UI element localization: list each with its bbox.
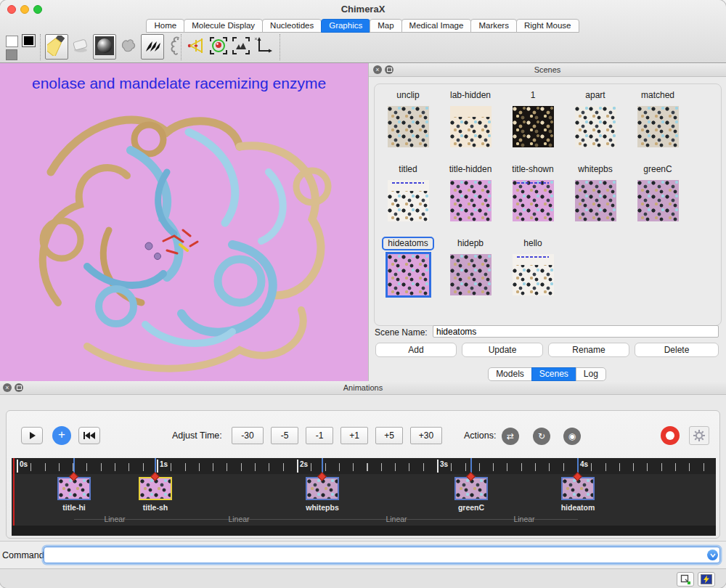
tab-nucleotides[interactable]: Nucleotides bbox=[262, 19, 322, 33]
transition-mode-label[interactable]: Linear bbox=[502, 515, 546, 523]
scene-thumbnail[interactable] bbox=[637, 106, 679, 147]
side-view-button[interactable] bbox=[186, 36, 206, 57]
tab-medical-image[interactable]: Medical Image bbox=[401, 19, 472, 33]
flat-blob-icon bbox=[119, 36, 138, 58]
side-view-icon bbox=[187, 36, 205, 58]
scene-item-hello[interactable]: hello bbox=[502, 237, 564, 295]
scene-item-1[interactable]: 1 bbox=[502, 89, 564, 147]
panel-tab-scenes[interactable]: Scenes bbox=[531, 367, 576, 381]
scene-item-hideatoms[interactable]: hideatoms bbox=[377, 237, 439, 295]
simple-lighting-button[interactable] bbox=[45, 34, 68, 60]
chevron-down-icon bbox=[710, 553, 716, 558]
play-button[interactable] bbox=[21, 427, 43, 444]
seahorse-icon bbox=[168, 36, 185, 59]
tab-map[interactable]: Map bbox=[370, 19, 401, 33]
window-chrome: ChimeraX HomeMolecule DisplayNucleotides… bbox=[0, 0, 726, 63]
scene-thumbnail[interactable] bbox=[513, 106, 554, 147]
ruler-tick-label: 4s bbox=[580, 460, 588, 468]
panel-tab-log[interactable]: Log bbox=[576, 367, 606, 381]
tab-molecule-display[interactable]: Molecule Display bbox=[184, 19, 263, 33]
record-dot-icon[interactable]: ◉ bbox=[563, 428, 581, 445]
viewport-caption: enolase and mandelate racemizing enzyme bbox=[32, 75, 326, 92]
transition-mode-label[interactable]: Linear bbox=[217, 515, 261, 523]
scene-thumbnail[interactable] bbox=[450, 180, 492, 221]
adjust-time-+5-button[interactable]: +5 bbox=[375, 427, 403, 444]
adjust-time--30-button[interactable]: -30 bbox=[232, 427, 264, 444]
tab-graphics[interactable]: Graphics bbox=[321, 19, 370, 33]
animation-timeline[interactable]: 0s1s2s3s4s title-hititle-shwhitepbsgreen… bbox=[12, 458, 716, 536]
scene-thumbnail[interactable] bbox=[575, 106, 616, 147]
add-keyframe-button[interactable]: + bbox=[52, 426, 71, 445]
scene-item-lab-hidden[interactable]: lab-hidden bbox=[439, 89, 502, 147]
soft-lighting-button[interactable] bbox=[69, 34, 92, 60]
scene-item-apart[interactable]: apart bbox=[564, 89, 627, 147]
scene-thumbnail[interactable] bbox=[513, 180, 554, 221]
scene-item-hidepb[interactable]: hidepb bbox=[439, 237, 502, 295]
keyframe-label: title-hi bbox=[44, 503, 105, 512]
scene-item-title-shown[interactable]: title-shown bbox=[502, 163, 564, 221]
lightning-bolt-icon bbox=[701, 574, 712, 584]
scene-thumbnail[interactable] bbox=[450, 106, 492, 147]
orient-target-icon bbox=[209, 36, 228, 58]
timeline-playhead[interactable] bbox=[13, 458, 15, 526]
scene-item-whitepbs[interactable]: whitepbs bbox=[564, 163, 627, 221]
adjust-time--5-button[interactable]: -5 bbox=[271, 427, 298, 444]
scene-name-input[interactable] bbox=[433, 325, 719, 338]
scene-item-titled[interactable]: titled bbox=[377, 163, 439, 221]
rewind-button[interactable] bbox=[78, 427, 100, 444]
scene-item-title-hidden[interactable]: title-hidden bbox=[439, 163, 502, 221]
molecule-render bbox=[0, 63, 368, 381]
gray-background-swatch[interactable] bbox=[6, 49, 17, 60]
shadows-button[interactable] bbox=[141, 34, 164, 60]
command-history-dropdown[interactable] bbox=[707, 550, 718, 560]
keyframe-label: greenC bbox=[441, 503, 502, 512]
adjust-time--1-button[interactable]: -1 bbox=[306, 427, 333, 444]
transition-mode-label[interactable]: Linear bbox=[93, 515, 136, 523]
scene-item-unclip[interactable]: unclip bbox=[377, 89, 439, 147]
scene-thumbnail[interactable] bbox=[637, 180, 679, 221]
command-input[interactable] bbox=[44, 547, 720, 563]
black-background-swatch[interactable] bbox=[22, 34, 36, 47]
scene-item-matched[interactable]: matched bbox=[627, 89, 689, 147]
swap-arrows-icon[interactable]: ⇄ bbox=[502, 428, 519, 445]
panel-tab-models[interactable]: Models bbox=[488, 367, 532, 381]
transition-mode-label[interactable]: Linear bbox=[375, 515, 418, 523]
ruler-tick-label: 3s bbox=[440, 460, 448, 468]
rewind-icon bbox=[83, 431, 96, 440]
rotate-clockwise-icon[interactable]: ↻ bbox=[533, 428, 550, 445]
ribbon-tab-bar: HomeMolecule DisplayNucleotidesGraphicsM… bbox=[0, 18, 726, 33]
graphics-viewport[interactable]: enolase and mandelate racemizing enzyme bbox=[0, 63, 368, 381]
tab-right-mouse[interactable]: Right Mouse bbox=[516, 19, 579, 33]
timeline-footer bbox=[12, 526, 716, 536]
flashlight-icon bbox=[47, 36, 66, 59]
full-lighting-button[interactable] bbox=[93, 34, 116, 60]
scene-thumbnail[interactable] bbox=[450, 254, 492, 295]
scene-thumbnail[interactable] bbox=[575, 180, 616, 221]
scene-thumbnail[interactable] bbox=[388, 180, 429, 221]
view-all-button[interactable] bbox=[208, 36, 229, 57]
orient-axes-button[interactable] bbox=[253, 36, 274, 57]
detach-window-button[interactable] bbox=[677, 572, 694, 587]
flat-lighting-button[interactable] bbox=[117, 34, 140, 60]
adjust-time-+30-button[interactable]: +30 bbox=[410, 427, 442, 444]
rename-scene-button[interactable]: Rename bbox=[548, 343, 629, 357]
shell-button[interactable] bbox=[698, 572, 715, 587]
add-scene-button[interactable]: Add bbox=[375, 343, 457, 357]
adjust-time-+1-button[interactable]: +1 bbox=[340, 427, 368, 444]
scene-item-label: hidepb bbox=[452, 237, 489, 250]
update-scene-button[interactable]: Update bbox=[462, 343, 543, 357]
white-background-swatch[interactable] bbox=[6, 36, 18, 47]
tab-home[interactable]: Home bbox=[146, 19, 184, 33]
snapshot-button[interactable] bbox=[231, 36, 251, 57]
scene-thumbnail[interactable] bbox=[388, 254, 429, 295]
scene-thumbnail[interactable] bbox=[388, 106, 429, 147]
scene-thumbnail[interactable] bbox=[513, 254, 554, 295]
silhouettes-button[interactable] bbox=[165, 34, 188, 60]
command-bar: Command: bbox=[0, 541, 726, 568]
tab-markers[interactable]: Markers bbox=[470, 19, 517, 33]
settings-button[interactable] bbox=[689, 426, 709, 445]
record-button[interactable] bbox=[661, 426, 680, 445]
delete-scene-button[interactable]: Delete bbox=[635, 343, 719, 357]
title-bar[interactable]: ChimeraX bbox=[0, 0, 726, 18]
scene-item-greenC[interactable]: greenC bbox=[627, 163, 689, 221]
